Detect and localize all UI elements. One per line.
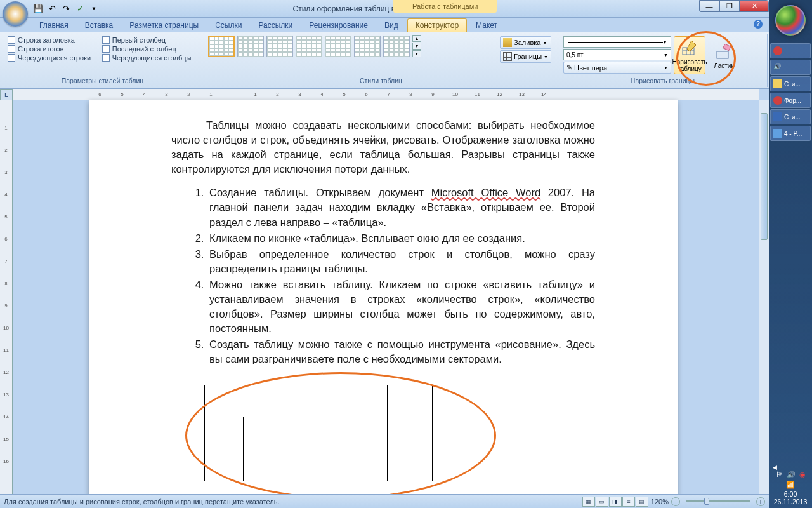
table-style-thumb[interactable]	[383, 36, 410, 57]
chk-label: Строка итогов	[18, 45, 63, 53]
window-controls: — ❐ ✕	[699, 0, 769, 12]
close-button[interactable]: ✕	[740, 0, 769, 12]
line-weight-value: 0,5 пт	[566, 51, 584, 58]
tab-mailings[interactable]: Рассылки	[251, 19, 300, 32]
flag-icon[interactable]: 🏳	[776, 471, 783, 479]
borders-label: Границы	[514, 53, 542, 60]
scrollbar-thumb[interactable]	[761, 113, 768, 240]
tray-arrow-icon[interactable]: ◀	[769, 464, 812, 471]
chk-banded-columns[interactable]: Чередующиеся столбцы	[102, 54, 197, 62]
view-outline-icon[interactable]: ≡	[622, 497, 635, 507]
line-weight-select[interactable]: 0,5 пт▼	[563, 49, 671, 60]
list-item: Выбрав определенное количество строк и с…	[207, 247, 595, 276]
table-style-thumb[interactable]	[208, 36, 235, 57]
task-label: 4 - P...	[784, 130, 802, 137]
gallery-down-icon[interactable]: ▼	[412, 43, 421, 50]
grid-icon	[503, 52, 512, 61]
vertical-ruler[interactable]: 12345678910111213141516	[0, 100, 13, 494]
zoom-slider[interactable]	[686, 500, 750, 502]
shading-button[interactable]: Заливка▼	[500, 36, 551, 49]
quick-access-toolbar: 💾 ↶ ↷ ✓ ▼	[32, 3, 100, 15]
gallery-more-icon[interactable]: ▾	[412, 50, 421, 57]
paragraph-intro: Таблицы можно создавать несколькими спос…	[171, 118, 595, 177]
undo-icon[interactable]: ↶	[46, 3, 58, 15]
document-area: L 6543211234567891011121314 123456789101…	[0, 89, 769, 494]
group-table-style-options: Строка заголовка Первый столбец Строка и…	[1, 34, 204, 87]
clock-date[interactable]: 26.11.2013	[769, 498, 812, 505]
table-style-thumb[interactable]	[296, 36, 322, 57]
tab-review[interactable]: Рецензирование	[301, 19, 376, 32]
document-page[interactable]: Таблицы можно создавать несколькими спос…	[89, 100, 678, 494]
zoom-out-button[interactable]: −	[671, 497, 680, 506]
gallery-up-icon[interactable]: ▲	[412, 35, 421, 42]
tab-insert[interactable]: Вставка	[77, 19, 121, 32]
tab-view[interactable]: Вид	[377, 19, 406, 32]
pen-color-label: Цвет пера	[574, 64, 607, 72]
borders-button[interactable]: Границы▼	[500, 50, 551, 63]
word-icon	[773, 112, 782, 121]
tab-references[interactable]: Ссылки	[207, 19, 249, 32]
qat-dropdown-icon[interactable]: ▼	[88, 3, 100, 15]
list-item: Кликаем по иконке «таблица». Всплывает о…	[207, 231, 595, 246]
taskbar-item[interactable]	[770, 43, 811, 58]
slider-handle[interactable]	[704, 498, 709, 505]
network-icon[interactable]: 📶	[786, 481, 795, 489]
taskbar-item[interactable]: 4 - P...	[770, 126, 811, 141]
view-print-layout-icon[interactable]: ▦	[582, 497, 595, 507]
tab-layout[interactable]: Макет	[468, 19, 505, 32]
chk-last-column[interactable]: Последний столбец	[102, 45, 197, 53]
taskbar-item[interactable]: Фор...	[770, 93, 811, 108]
bucket-icon	[503, 38, 512, 47]
vertical-scrollbar[interactable]	[759, 100, 769, 494]
taskbar-item[interactable]: 🔊	[770, 60, 811, 75]
draw-table-label: Нарисовать таблицу	[672, 58, 707, 72]
group-table-styles: ▲ ▼ ▾ Заливка▼ Границы▼ Стили таблиц	[204, 34, 558, 87]
system-tray: ◀ 🏳 🔊 ◉ 📶 6:00 26.11.2013	[769, 462, 812, 508]
title-bar: 💾 ↶ ↷ ✓ ▼ Стили оформления таблиц в ворд…	[0, 0, 769, 18]
line-style-select[interactable]: ▼	[563, 36, 671, 48]
tab-page-layout[interactable]: Разметка страницы	[122, 19, 206, 32]
save-icon[interactable]: 💾	[32, 3, 44, 15]
tray-icon[interactable]: ◉	[799, 471, 806, 479]
group-label: Нарисовать границы	[562, 76, 763, 86]
view-fullscreen-icon[interactable]: ▭	[596, 497, 608, 507]
spellcheck-icon[interactable]: ✓	[74, 3, 86, 15]
minimize-button[interactable]: —	[699, 0, 719, 12]
tab-home[interactable]: Главная	[32, 19, 76, 32]
start-button[interactable]	[775, 5, 806, 36]
chk-banded-rows[interactable]: Чередующиеся строки	[8, 54, 97, 62]
ruler-corner[interactable]: L	[0, 89, 13, 100]
taskbar-item[interactable]: Сти...	[770, 109, 811, 124]
table-style-thumb[interactable]	[354, 36, 381, 57]
chk-total-row[interactable]: Строка итогов	[8, 45, 97, 53]
maximize-button[interactable]: ❐	[719, 0, 740, 12]
clock-time[interactable]: 6:00	[769, 490, 812, 498]
spell-error: Microsoft Office Word	[431, 187, 540, 198]
eraser-button[interactable]: Ластик	[708, 36, 740, 74]
pen-icon: ✎	[566, 64, 572, 72]
volume-icon[interactable]: 🔊	[787, 471, 796, 479]
draw-table-button[interactable]: Нарисовать таблицу	[674, 36, 705, 74]
pen-color-button[interactable]: ✎Цвет пера▼	[563, 62, 671, 74]
paint-icon	[773, 129, 782, 138]
chk-header-row[interactable]: Строка заголовка	[8, 36, 97, 44]
office-button[interactable]	[3, 1, 28, 27]
dropdown-icon: ▼	[544, 55, 548, 59]
table-style-thumb[interactable]	[266, 36, 293, 57]
help-icon[interactable]: ?	[754, 20, 763, 29]
horizontal-ruler[interactable]: 6543211234567891011121314	[13, 89, 759, 100]
view-buttons: ▦ ▭ ◨ ≡ ▤	[582, 497, 648, 507]
tab-design[interactable]: Конструктор	[407, 18, 467, 32]
view-web-icon[interactable]: ◨	[609, 497, 622, 507]
table-style-thumb[interactable]	[325, 36, 351, 57]
yandex-icon	[773, 46, 782, 55]
chk-label: Первый столбец	[112, 36, 166, 44]
redo-icon[interactable]: ↷	[60, 3, 72, 15]
zoom-value[interactable]: 120%	[651, 498, 669, 505]
pencil-icon	[680, 38, 699, 57]
view-draft-icon[interactable]: ▤	[636, 497, 648, 507]
table-style-thumb[interactable]	[237, 36, 264, 57]
zoom-in-button[interactable]: +	[756, 497, 765, 506]
chk-first-column[interactable]: Первый столбец	[102, 36, 197, 44]
taskbar-item[interactable]: Сти...	[770, 76, 811, 91]
